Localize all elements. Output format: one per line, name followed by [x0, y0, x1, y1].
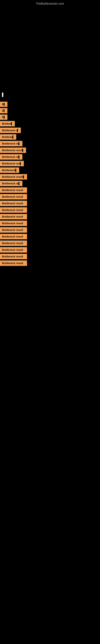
bottleneck-row: Bottleneck resul▌ — [0, 148, 100, 153]
bottleneck-label[interactable]: Bottleneck result — [0, 187, 27, 193]
bottleneck-label[interactable]: Bottleneck result — [0, 234, 27, 239]
bottleneck-row: Bottleneck result▌ — [0, 174, 100, 180]
bottleneck-row: Bottleneck result — [0, 214, 100, 219]
bottleneck-row: Bottleneck result — [0, 207, 100, 213]
bottleneck-row: Bottleneck re▌ — [0, 141, 100, 146]
rows-container: B▌E▌B▌Bottlen▌Bottleneck r▌Bottlene▌Bott… — [0, 98, 100, 266]
bottleneck-row: Bottlene▌ — [0, 134, 100, 140]
bottleneck-row: Bottleneck result — [0, 247, 100, 252]
bottleneck-label[interactable]: Bottleneck ra▌ — [0, 154, 22, 160]
bottleneck-row: Bottleneck result — [0, 240, 100, 246]
top-black-area — [0, 6, 100, 91]
bottleneck-row: Bottleneck ra▌ — [0, 154, 100, 160]
bottleneck-label[interactable]: Bottleneck re▌ — [0, 141, 22, 146]
bottleneck-row: Bottleneck re▌ — [0, 181, 100, 186]
bottleneck-label[interactable]: Bottleneck result — [0, 247, 27, 252]
bottleneck-row: B▌ — [0, 102, 100, 107]
bottleneck-label[interactable]: Bottleneck result▌ — [0, 174, 27, 180]
bottleneck-label[interactable]: Bottleneck result — [0, 207, 27, 213]
bottleneck-row: B▌ — [0, 114, 100, 120]
bottleneck-label[interactable]: Bottleneck▌ — [0, 168, 19, 173]
bottleneck-label[interactable]: Bottleneck result — [0, 201, 27, 206]
bottleneck-label[interactable]: Bottleneck result — [0, 254, 27, 259]
bottleneck-label[interactable]: Bottleneck re▌ — [0, 181, 22, 186]
bottleneck-row: Bottleneck res▌ — [0, 161, 100, 166]
bottleneck-label[interactable]: Bottlen▌ — [0, 121, 15, 126]
site-title: TheBottlenecker.com — [0, 0, 100, 6]
bottleneck-label[interactable]: Bottleneck result — [0, 260, 27, 266]
bottleneck-row: Bottlen▌ — [0, 121, 100, 126]
bottleneck-row: Bottleneck result — [0, 227, 100, 233]
bottleneck-row: Bottleneck r▌ — [0, 128, 100, 133]
bottleneck-row: Bottleneck result — [0, 194, 100, 200]
bottleneck-label[interactable]: Bottleneck result — [0, 220, 27, 226]
bottleneck-row: Bottleneck result — [0, 254, 100, 259]
bottleneck-label[interactable]: E▌ — [0, 108, 7, 113]
bottleneck-row: Bottleneck result — [0, 201, 100, 206]
bottleneck-label[interactable]: Bottleneck res▌ — [0, 161, 24, 166]
bottleneck-row: Bottleneck result — [0, 220, 100, 226]
header-label: ▌ — [0, 91, 100, 98]
bottleneck-row: Bottleneck result — [0, 187, 100, 193]
bottleneck-label[interactable]: Bottleneck result — [0, 194, 27, 200]
bottleneck-row: Bottleneck result — [0, 234, 100, 239]
bottleneck-row: E▌ — [0, 108, 100, 113]
bottleneck-label[interactable]: B▌ — [0, 102, 7, 107]
bottleneck-label[interactable]: B▌ — [0, 114, 7, 120]
bottleneck-label[interactable]: Bottleneck result — [0, 227, 27, 233]
bottleneck-label[interactable]: Bottleneck result — [0, 214, 27, 219]
bottleneck-label[interactable]: Bottleneck r▌ — [0, 128, 21, 133]
bottleneck-label[interactable]: Bottleneck result — [0, 240, 27, 246]
site-title-bar: TheBottlenecker.com — [0, 0, 100, 6]
bottleneck-label[interactable]: Bottlene▌ — [0, 134, 16, 140]
bottleneck-row: Bottleneck▌ — [0, 168, 100, 173]
bottleneck-row: Bottleneck result — [0, 260, 100, 266]
bottleneck-label[interactable]: Bottleneck resul▌ — [0, 148, 26, 153]
